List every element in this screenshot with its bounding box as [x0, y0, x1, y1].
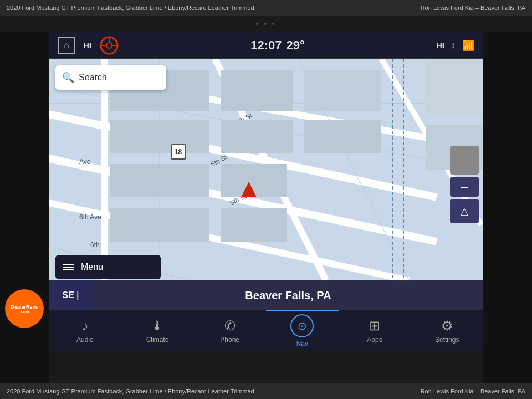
svg-point-1: [106, 43, 112, 48]
svg-rect-32: [221, 70, 293, 111]
svg-text:Ave: Ave: [79, 158, 91, 166]
status-center: 12:07 29°: [250, 38, 305, 53]
audio-label: Audio: [76, 336, 94, 344]
menu-lines-icon: [63, 264, 74, 270]
search-bar[interactable]: 🔍 Search: [55, 65, 166, 90]
svg-rect-38: [426, 59, 483, 114]
bottom-right-text: Ron Lewis Ford Kia – Beaver Falls, PA: [421, 388, 525, 395]
direction-badge: SE |: [49, 280, 93, 310]
climate-label: Climate: [146, 336, 169, 344]
climate-icon: 🌡: [151, 318, 164, 334]
nav-active-circle: ⊙: [290, 314, 314, 337]
compass-btn[interactable]: △: [450, 199, 479, 223]
sync-status-bar: ⌂ HI 12:07 29° HI ↕ 📶: [49, 32, 483, 59]
wifi-icon: 📶: [462, 39, 474, 52]
svg-rect-37: [304, 120, 381, 153]
phone-icon: ✆: [224, 318, 236, 334]
dots: • • •: [255, 19, 276, 28]
home-icon[interactable]: ⌂: [58, 37, 75, 54]
location-bar: SE | Beaver Falls, PA: [49, 280, 483, 310]
svg-rect-31: [110, 208, 209, 242]
dots-area: • • •: [0, 16, 532, 32]
zoom-area-btn[interactable]: [450, 146, 479, 175]
steering-icon: [99, 35, 119, 55]
settings-label: Settings: [435, 336, 459, 344]
nav-item-settings[interactable]: ⚙ Settings: [411, 310, 483, 350]
bottom-nav: ♪ Audio 🌡 Climate ✆ Phone ⊙ Nav ⊞ Apps ⚙…: [49, 310, 483, 350]
svg-rect-35: [221, 208, 287, 242]
svg-text:6th: 6th: [90, 241, 100, 249]
audio-icon: ♪: [81, 318, 88, 334]
apps-icon: ⊞: [369, 318, 380, 334]
status-left: ⌂ HI: [58, 35, 119, 55]
status-right: HI ↕ 📶: [436, 39, 474, 52]
search-icon: 🔍: [62, 71, 74, 84]
svg-rect-36: [304, 70, 381, 111]
signal-icon: ↕: [451, 40, 456, 50]
zoom-minus-btn[interactable]: —: [450, 177, 479, 197]
menu-label: Menu: [81, 262, 103, 272]
nav-item-apps[interactable]: ⊞ Apps: [339, 310, 411, 350]
nav-icon: ⊙: [298, 319, 307, 332]
right-border: [483, 32, 532, 383]
nav-item-climate[interactable]: 🌡 Climate: [121, 310, 194, 350]
nav-arrow: [241, 182, 257, 197]
nav-label: Nav: [296, 340, 308, 347]
search-label[interactable]: Search: [79, 73, 107, 83]
phone-label: Phone: [220, 336, 239, 344]
apps-label: Apps: [367, 336, 382, 344]
sync-screen: ⌂ HI 12:07 29° HI ↕ 📶: [49, 32, 483, 350]
bottom-info-bar: 2020 Ford Mustang GT Premium Fastback, G…: [0, 383, 532, 399]
svg-rect-29: [110, 120, 209, 153]
route-marker: 18: [171, 144, 186, 160]
top-info-bar: 2020 Ford Mustang GT Premium Fastback, G…: [0, 0, 532, 16]
hi-right-label: HI: [436, 40, 444, 50]
svg-rect-30: [110, 164, 209, 197]
nav-item-phone[interactable]: ✆ Phone: [193, 310, 266, 350]
map-controls: — △: [450, 146, 479, 223]
menu-button[interactable]: Menu: [55, 255, 161, 279]
nav-item-audio[interactable]: ♪ Audio: [49, 310, 121, 350]
left-border: DealerRevs .com: [0, 32, 49, 383]
svg-text:6th Ave: 6th Ave: [79, 213, 101, 221]
svg-rect-33: [221, 120, 293, 153]
bottom-left-text: 2020 Ford Mustang GT Premium Fastback, G…: [7, 388, 254, 395]
temperature-display: 29°: [287, 38, 305, 53]
direction-text: SE: [63, 290, 74, 300]
hi-left-label: HI: [83, 40, 91, 50]
location-city: Beaver Falls, PA: [93, 289, 483, 302]
time-display: 12:07: [250, 38, 282, 53]
top-left-text: 2020 Ford Mustang GT Premium Fastback, G…: [7, 4, 254, 11]
nav-item-nav[interactable]: ⊙ Nav: [266, 310, 339, 350]
settings-icon: ⚙: [441, 318, 453, 334]
top-right-text: Ron Lewis Ford Kia – Beaver Falls, PA: [421, 4, 525, 11]
dealer-logo: DealerRevs .com: [5, 289, 44, 328]
map-area: 4th St 4th St 5th St 5th St 6th St 6th A…: [49, 59, 483, 310]
